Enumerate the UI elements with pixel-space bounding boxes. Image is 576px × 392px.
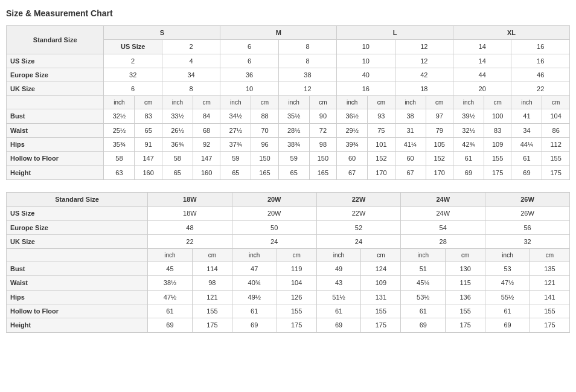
us-2: 2 <box>162 40 220 54</box>
standard-size-header: Standard Size <box>7 26 104 54</box>
page-title: Size & Measurement Chart <box>6 6 570 21</box>
plus-row-label: Hips <box>7 290 148 304</box>
uk-size-row-label: UK Size <box>7 82 104 96</box>
plus-size-table: Standard Size 18W 20W 22W 24W 26W US Siz… <box>6 192 570 333</box>
us-size-label: US Size <box>104 40 162 54</box>
us-14: 14 <box>453 40 511 54</box>
us-16: 16 <box>511 40 570 54</box>
plus-row-label: Hollow to Floor <box>7 304 148 318</box>
standard-size-table: Standard Size S M L XL US Size 2 6 8 10 … <box>6 25 570 180</box>
row-label: Waist <box>7 123 104 137</box>
us-8: 8 <box>278 40 336 54</box>
plus-us-size-label: US Size <box>7 207 148 220</box>
us-size-row-label: US Size <box>7 54 104 68</box>
l-header: L <box>337 26 453 40</box>
plus-row-label: Waist <box>7 276 148 290</box>
24w-header: 24W <box>401 192 485 206</box>
row-label: Hollow to Floor <box>7 152 104 165</box>
row-label: Bust <box>7 109 104 123</box>
plus-row-label: Height <box>7 318 148 332</box>
m-header: M <box>220 26 337 40</box>
20w-header: 20W <box>232 192 316 206</box>
22w-header: 22W <box>316 192 401 206</box>
row-label: Height <box>7 165 104 179</box>
26w-header: 26W <box>485 192 570 206</box>
plus-uk-label: UK Size <box>7 234 148 248</box>
s-header: S <box>104 26 220 40</box>
us-12: 12 <box>395 40 453 54</box>
plus-row-label: Bust <box>7 262 148 276</box>
us-6: 6 <box>220 40 278 54</box>
plus-standard-header: Standard Size <box>7 192 148 206</box>
us-10: 10 <box>337 40 395 54</box>
18w-header: 18W <box>148 192 232 206</box>
plus-europe-label: Europe Size <box>7 220 148 234</box>
europe-size-row-label: Europe Size <box>7 68 104 82</box>
xl-header: XL <box>453 26 570 40</box>
row-label: Hips <box>7 138 104 152</box>
